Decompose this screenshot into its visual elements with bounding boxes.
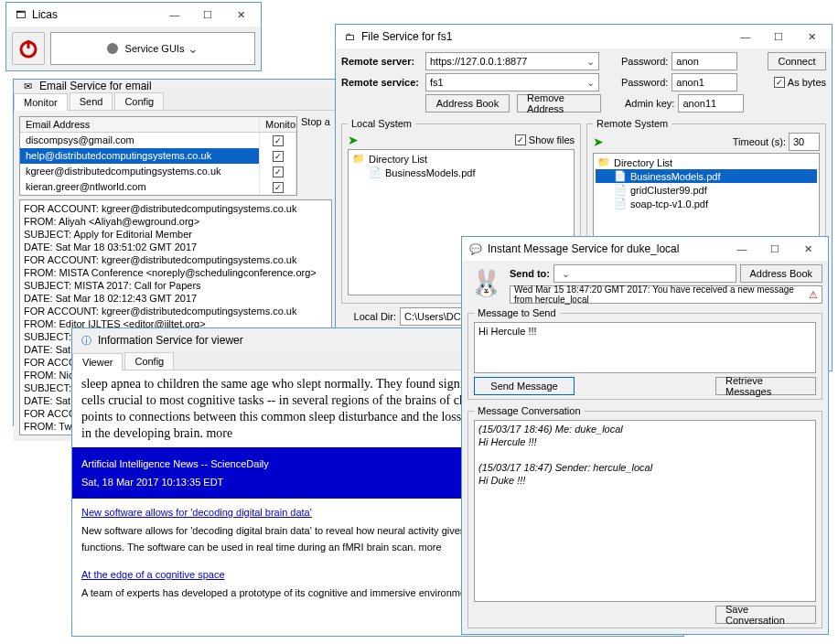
remote-server-label: Remote server: <box>341 56 422 67</box>
remote-service-combo[interactable]: fs1 <box>425 73 599 91</box>
tree-file[interactable]: 📄gridCluster99.pdf <box>596 183 817 197</box>
tabs: Monitor Send Config <box>14 92 338 111</box>
file-icon: 🗀 <box>343 30 356 43</box>
table-row[interactable]: kgreer@distributedcomputingsystems.co.uk <box>20 164 296 179</box>
tree-folder[interactable]: 📁Directory List <box>596 156 817 169</box>
send-to-combo[interactable] <box>553 264 736 283</box>
maximize-button[interactable]: ☐ <box>762 27 795 47</box>
email-grid[interactable]: Email Address Monitor discompsys@gmail.c… <box>19 116 297 196</box>
close-button[interactable]: ✕ <box>795 27 828 47</box>
message-input[interactable]: Hi Hercule !!! <box>474 322 816 373</box>
minimize-button[interactable]: — <box>725 239 758 259</box>
titlebar: 🗔 Licas — ☐ ✕ <box>6 3 261 27</box>
message-conversation-group: Message Conversation (15/03/17 18:46) Me… <box>467 405 822 628</box>
monitor-checkbox[interactable] <box>273 135 284 146</box>
maximize-button[interactable]: ☐ <box>191 5 224 25</box>
minimize-button[interactable]: — <box>158 5 191 25</box>
power-icon <box>17 38 39 59</box>
show-files-check[interactable]: Show files <box>515 134 575 145</box>
pdf-icon: 📄 <box>614 184 627 196</box>
tab-viewer[interactable]: Viewer <box>72 353 123 370</box>
alert-icon: ⚠ <box>809 289 818 301</box>
minimize-button[interactable]: — <box>729 27 762 47</box>
tab-config[interactable]: Config <box>124 352 174 370</box>
retrieve-messages-button[interactable]: Retrieve Messages <box>715 377 816 395</box>
timeout-label: Timeout (s): <box>733 136 786 147</box>
tab-send[interactable]: Send <box>70 92 113 110</box>
tree-folder[interactable]: 📁Directory List <box>350 152 572 166</box>
table-row[interactable]: discompsys@gmail.com <box>20 133 296 148</box>
conversation-log[interactable]: (15/03/17 18:46) Me: duke_local Hi Hercu… <box>474 420 816 602</box>
avatar-icon: 🐰 <box>467 264 504 301</box>
timeout-input[interactable]: 30 <box>789 133 820 151</box>
col-monitor: Monitor <box>260 117 296 132</box>
tree-file[interactable]: 📄BusinessModels.pdf <box>596 169 817 183</box>
local-dir-label: Local Dir: <box>341 311 396 322</box>
licas-window: 🗔 Licas — ☐ ✕ Service GUIs <box>5 2 262 71</box>
stop-label: Stop a <box>301 116 332 196</box>
window-title: Licas <box>32 8 158 21</box>
window-title: Email Service for email <box>39 80 334 92</box>
power-button[interactable] <box>12 32 45 65</box>
remote-service-label: Remote service: <box>341 77 422 88</box>
dot-icon <box>107 43 118 54</box>
app-icon: 🗔 <box>14 8 27 21</box>
address-book-button[interactable]: Address Book <box>740 264 822 283</box>
email-icon: ✉ <box>21 80 34 92</box>
maximize-button[interactable]: ☐ <box>758 239 791 259</box>
tab-monitor[interactable]: Monitor <box>14 93 68 111</box>
password-label: Password: <box>621 56 668 67</box>
message-to-send-group: Message to Send Hi Hercule !!! Send Mess… <box>467 307 822 400</box>
monitor-checkbox[interactable] <box>273 151 284 162</box>
adminkey-label: Admin key: <box>625 98 674 109</box>
pdf-icon: 📄 <box>614 198 627 209</box>
titlebar: ✉ Email Service for email <box>14 80 338 92</box>
col-email: Email Address <box>20 117 260 132</box>
pdf-icon: 📄 <box>369 166 381 178</box>
remove-address-button[interactable]: Remove Address <box>517 94 601 113</box>
send-to-label: Send to: <box>510 268 550 279</box>
remote-server-combo[interactable]: https://127.0.0.1:8877 <box>425 52 599 70</box>
window-title: Instant Message Service for duke_local <box>488 242 725 255</box>
folder-icon: 📁 <box>597 156 610 168</box>
info-icon: ⓘ <box>80 334 92 347</box>
address-book-button[interactable]: Address Book <box>425 94 510 113</box>
password-label-2: Password: <box>621 77 668 88</box>
close-button[interactable]: ✕ <box>224 5 257 25</box>
tab-config[interactable]: Config <box>114 92 164 110</box>
connect-button[interactable]: Connect <box>768 52 826 70</box>
notification-bar: Wed Mar 15 18:47:20 GMT 2017: You have r… <box>510 285 822 304</box>
table-row[interactable]: kieran.greer@ntlworld.com <box>20 179 296 195</box>
window-title: File Service for fs1 <box>361 30 729 43</box>
adminkey-input[interactable]: anon11 <box>678 94 744 113</box>
send-message-button[interactable]: Send Message <box>474 377 575 395</box>
table-row[interactable]: help@distributedcomputingsystems.co.uk <box>20 148 296 164</box>
im-service-window: 💬 Instant Message Service for duke_local… <box>461 236 829 635</box>
monitor-checkbox[interactable] <box>273 182 284 193</box>
password-input-2[interactable]: anon1 <box>671 73 737 91</box>
titlebar: 💬 Instant Message Service for duke_local… <box>462 237 828 261</box>
arrow-icon[interactable]: ➤ <box>593 134 604 149</box>
monitor-checkbox[interactable] <box>273 166 284 177</box>
save-conversation-button[interactable]: Save Conversation <box>715 606 816 624</box>
arrow-icon[interactable]: ➤ <box>348 133 359 147</box>
titlebar: 🗀 File Service for fs1 — ☐ ✕ <box>336 25 832 48</box>
tree-file[interactable]: 📄BusinessModels.pdf <box>350 166 572 179</box>
as-bytes-check[interactable]: As bytes <box>774 77 826 88</box>
chat-icon: 💬 <box>469 242 482 255</box>
folder-icon: 📁 <box>352 153 365 165</box>
close-button[interactable]: ✕ <box>791 239 824 259</box>
tree-file[interactable]: 📄soap-tcp-v1.0.pdf <box>596 197 817 210</box>
pdf-icon: 📄 <box>614 170 627 182</box>
service-guis-combo[interactable]: Service GUIs <box>50 32 255 65</box>
password-input[interactable]: anon <box>671 52 737 70</box>
